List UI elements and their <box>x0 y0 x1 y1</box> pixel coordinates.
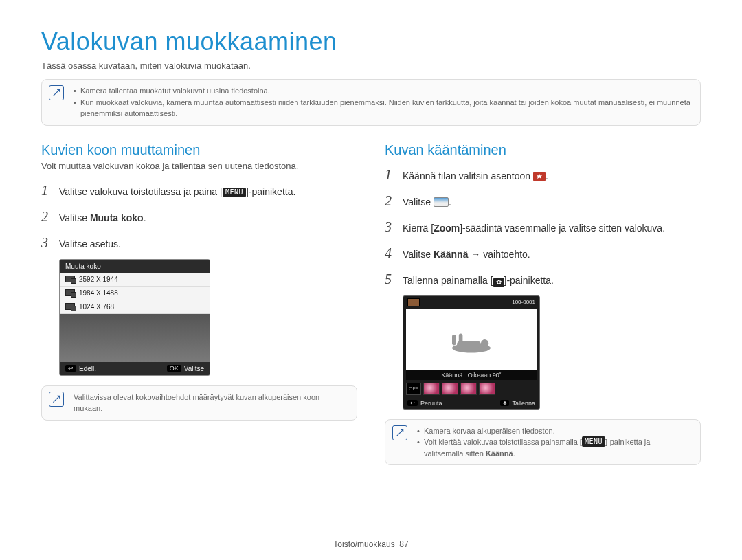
step-number: 2 <box>385 191 396 210</box>
resize-ui-mock: Muuta koko 2592 X 1944 1984 X 1488 1024 … <box>59 259 210 376</box>
step-text: Valitse valokuva toistotilassa ja paina … <box>59 186 223 197</box>
menu-button-chip: MENU <box>223 188 246 197</box>
ok-key-icon: OK <box>167 365 181 372</box>
step-text: ]-säädintä vasemmalle ja valitse sitten … <box>460 223 665 234</box>
step-text: . <box>144 212 146 223</box>
top-note-item-1: Kamera tallentaa muokatut valokuvat uusi… <box>74 85 690 97</box>
step-number: 4 <box>385 243 396 262</box>
save-label: Tallenna <box>512 400 535 407</box>
right-step-3: 3 Kierrä [Zoom]-säädintä vasemmalle ja v… <box>385 217 701 236</box>
back-label: Peruuta <box>420 400 442 407</box>
resize-option-2: 1984 X 1488 <box>60 287 210 300</box>
step-number: 2 <box>41 207 52 226</box>
rotate-preview <box>406 309 537 370</box>
rotate-thumb <box>442 383 458 395</box>
step-number: 1 <box>385 165 396 184</box>
right-note-item-2: Voit kiertää valokuvaa toistotilassa pai… <box>417 436 690 459</box>
step-number: 3 <box>41 233 52 252</box>
top-note-item-2: Kun muokkaat valokuvia, kamera muuntaa a… <box>74 97 690 120</box>
page-footer: Toisto/muokkaus 87 <box>0 539 742 549</box>
right-step-2: 2 Valitse . <box>385 191 701 210</box>
step-text-bold: Käännä <box>434 249 469 260</box>
back-key-icon: ↩ <box>407 400 418 406</box>
step-text: Valitse <box>403 197 434 208</box>
left-lead: Voit muuttaa valokuvan kokoa ja tallenta… <box>41 161 357 171</box>
step-number: 3 <box>385 217 396 236</box>
menu-button-chip: MENU <box>582 436 605 447</box>
left-note-box: Valittavissa olevat kokovaihtoehdot määr… <box>41 385 357 421</box>
note-icon <box>49 392 64 407</box>
step-text: ]-painiketta. <box>504 275 554 286</box>
ok-label: Valitse <box>184 365 204 372</box>
note-icon <box>49 85 64 100</box>
save-key-icon: ♣ <box>500 400 509 406</box>
right-heading: Kuvan kääntäminen <box>385 142 701 158</box>
left-note-text: Valittavissa olevat kokovaihtoehdot määr… <box>74 392 347 414</box>
rotate-thumb <box>479 383 495 395</box>
rotate-thumb <box>423 383 440 395</box>
size-icon <box>65 303 75 310</box>
step-number: 1 <box>41 181 52 200</box>
svg-point-1 <box>481 339 488 347</box>
right-step-4: 4 Valitse Käännä → vaihtoehto. <box>385 243 701 262</box>
rotate-off-thumb: OFF <box>406 383 421 395</box>
right-column: Kuvan kääntäminen 1 Käännä tilan valitsi… <box>385 142 701 466</box>
note-text: Voit kiertää valokuvaa toistotilassa pai… <box>424 438 582 446</box>
step-text: . <box>546 170 548 181</box>
right-step-1: 1 Käännä tilan valitsin asentoon . <box>385 165 701 184</box>
rotate-thumb <box>460 383 477 395</box>
person-lying-icon <box>447 319 495 360</box>
step-text: . <box>449 197 451 208</box>
resize-option-3: 1024 X 768 <box>60 300 210 314</box>
top-note-box: Kamera tallentaa muokatut valokuvat uusi… <box>41 79 701 126</box>
resize-ui-header: Muuta koko <box>60 260 210 273</box>
left-step-1: 1 Valitse valokuva toistotilassa ja pain… <box>41 181 357 200</box>
step-text: ]-painiketta. <box>246 186 295 197</box>
resize-option-label: 1024 X 768 <box>79 303 114 311</box>
page-title: Valokuvan muokkaaminen <box>41 27 701 56</box>
step-text: Kierrä [ <box>403 223 434 234</box>
step-text-bold: Zoom <box>434 223 460 234</box>
note-text: . <box>513 449 515 458</box>
size-icon <box>65 276 75 282</box>
left-step-3: 3 Valitse asetus. <box>41 233 357 252</box>
note-icon <box>392 425 407 440</box>
step-text: Valitse <box>403 249 434 260</box>
note-text-bold: Käännä <box>486 449 513 458</box>
rotate-caption: Käännä : Oikeaan 90˚ <box>406 370 537 380</box>
step-text: Valitse <box>59 212 90 223</box>
left-heading: Kuvien koon muuttaminen <box>41 142 357 158</box>
edit-tool-icon <box>434 197 449 207</box>
svg-rect-4 <box>459 333 463 344</box>
page-lead: Tässä osassa kuvataan, miten valokuvia m… <box>41 60 701 71</box>
right-step-5: 5 Tallenna painamalla [✿]-painiketta. <box>385 269 701 289</box>
back-key-icon: ↩ <box>65 365 76 372</box>
mode-dial-icon <box>533 172 546 181</box>
back-label: Edell. <box>79 365 96 372</box>
left-step-2: 2 Valitse Muuta koko. <box>41 207 357 226</box>
step-text: → vaihtoehto. <box>468 249 530 260</box>
left-column: Kuvien koon muuttaminen Voit muuttaa val… <box>41 142 357 466</box>
rotate-ui-mock: 100-0001 Käännä : Oikeaan 90˚ OFF <box>403 295 540 410</box>
thumbnail-icon <box>407 298 420 306</box>
right-note-item-1: Kamera korvaa alkuperäisen tiedoston. <box>417 425 690 437</box>
file-number: 100-0001 <box>512 299 535 305</box>
size-icon <box>65 289 75 296</box>
right-note-box: Kamera korvaa alkuperäisen tiedoston. Vo… <box>385 419 701 466</box>
resize-option-label: 2592 X 1944 <box>79 276 118 283</box>
resize-option-label: 1984 X 1488 <box>79 289 118 297</box>
step-text: Tallenna painamalla [ <box>403 275 493 286</box>
svg-rect-3 <box>452 335 456 345</box>
footer-page-number: 87 <box>399 539 408 549</box>
step-number: 5 <box>385 269 396 289</box>
footer-section: Toisto/muokkaus <box>333 539 394 549</box>
step-text: Käännä tilan valitsin asentoon <box>403 170 533 181</box>
step-text-bold: Muuta koko <box>90 212 144 223</box>
macro-button-icon: ✿ <box>493 278 504 287</box>
resize-option-1: 2592 X 1944 <box>60 273 210 287</box>
step-text: Valitse asetus. <box>59 238 357 251</box>
